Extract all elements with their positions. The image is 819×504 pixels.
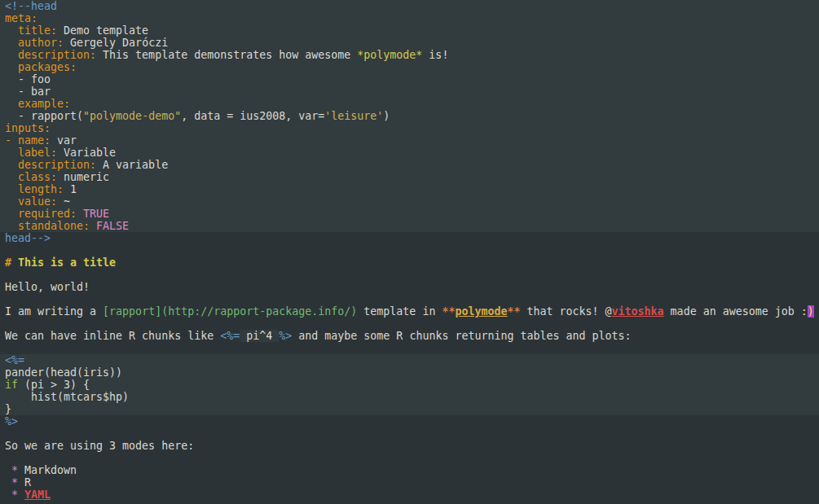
code-line[interactable]: * YAML [0, 489, 819, 501]
code-segment: vitoshka [612, 305, 664, 318]
code-line[interactable]: <!--head [0, 0, 819, 12]
code-line[interactable]: required: TRUE [0, 208, 819, 220]
code-line[interactable]: } [0, 403, 819, 415]
code-segment: that rocks! @ [520, 305, 611, 318]
code-segment: YAML [24, 489, 51, 501]
code-segment: pander(head(iris)) [5, 366, 122, 379]
code-segment: numeric [57, 171, 109, 183]
code-line[interactable]: standalone: FALSE [0, 220, 819, 232]
code-line[interactable]: author: Gergely Daróczi [0, 37, 819, 49]
code-segment: Variable [57, 147, 116, 159]
code-segment: ) [383, 110, 390, 122]
code-line[interactable]: - foo [0, 73, 819, 85]
code-line[interactable]: <%= [0, 354, 819, 366]
code-line[interactable]: %> [0, 415, 819, 427]
code-line[interactable]: # This is a title [0, 256, 819, 269]
code-line[interactable]: So we are using 3 modes here: [0, 440, 819, 452]
code-segment: label: [5, 147, 57, 159]
code-segment: ** [507, 305, 520, 318]
code-line[interactable] [0, 452, 819, 464]
code-segment: required: [5, 208, 77, 220]
code-segment: description: [5, 49, 96, 61]
code-segment: author: [5, 37, 64, 49]
code-segment: description: [5, 159, 96, 171]
code-segment: class: [5, 171, 57, 183]
code-line[interactable]: - bar [0, 85, 819, 98]
code-line[interactable]: - rapport("polymode-demo", data = ius200… [0, 110, 819, 122]
code-line[interactable]: if (pi > 3) { [0, 379, 819, 391]
code-segment: So we are using 3 modes here: [5, 440, 194, 452]
code-line[interactable]: title: Demo template [0, 24, 819, 37]
code-segment: length: [5, 183, 64, 195]
code-segment: (pi > 3) { [18, 379, 90, 391]
code-segment: ~ [57, 195, 70, 208]
code-line[interactable]: I am writing a [rapport](http://rapport-… [0, 305, 819, 318]
code-line[interactable]: Hello, world! [0, 281, 819, 293]
code-segment: var [51, 134, 77, 147]
code-segment: made an awesome job : [664, 305, 808, 318]
code-line[interactable]: packages: [0, 61, 819, 73]
code-segment: * [5, 476, 18, 489]
code-line[interactable] [0, 269, 819, 281]
editor-buffer[interactable]: <!--headmeta: title: Demo template autho… [0, 0, 819, 504]
code-segment: This template demonstrates how awesome [96, 49, 357, 61]
code-line[interactable]: - name: var [0, 134, 819, 147]
code-segment: Gergely Daróczi [64, 37, 168, 49]
code-segment: %> [5, 415, 18, 427]
code-line[interactable] [0, 342, 819, 354]
code-segment: meta: [5, 12, 37, 24]
code-segment: - bar [5, 85, 51, 98]
code-segment: <%= [220, 330, 240, 342]
code-segment: <%= [5, 354, 24, 366]
code-segment: title: [5, 24, 57, 37]
code-line[interactable] [0, 293, 819, 305]
code-segment: Markdown [18, 464, 77, 476]
code-segment: } [5, 403, 11, 415]
code-line[interactable]: pander(head(iris)) [0, 366, 819, 379]
code-segment: * [5, 489, 18, 501]
code-line[interactable]: We can have inline R chunks like <%= pi^… [0, 330, 819, 342]
code-segment: value: [5, 195, 57, 208]
code-segment: FALSE [90, 220, 129, 232]
code-segment: * [5, 464, 18, 476]
code-segment [18, 489, 24, 501]
code-segment: inputs: [5, 122, 51, 134]
code-line[interactable]: description: A variable [0, 159, 819, 171]
code-line[interactable] [0, 427, 819, 440]
code-segment: - rapport( [5, 110, 83, 122]
code-line[interactable]: class: numeric [0, 171, 819, 183]
code-segment: packages: [5, 61, 77, 73]
code-segment: template in [357, 305, 442, 318]
code-line[interactable]: head--> [0, 232, 819, 244]
code-segment: 1 [64, 183, 77, 195]
code-segment: %> [279, 330, 292, 342]
code-segment: pi^4 [240, 330, 279, 342]
code-line[interactable]: * Markdown [0, 464, 819, 476]
code-segment: <!--head [5, 0, 57, 12]
code-segment: This is a title [11, 256, 116, 269]
code-segment: if [5, 379, 18, 391]
code-line[interactable] [0, 244, 819, 256]
code-line[interactable]: value: ~ [0, 195, 819, 208]
code-segment: # [5, 256, 11, 269]
code-segment: I am writing a [5, 305, 103, 318]
code-line[interactable]: label: Variable [0, 147, 819, 159]
code-line[interactable] [0, 318, 819, 330]
code-segment: *polymode* [357, 49, 422, 61]
code-line[interactable]: description: This template demonstrates … [0, 49, 819, 61]
code-line[interactable]: length: 1 [0, 183, 819, 195]
code-line[interactable]: * R [0, 476, 819, 489]
code-segment: - foo [5, 73, 51, 85]
code-line[interactable]: example: [0, 98, 819, 110]
code-line[interactable]: meta: [0, 12, 819, 24]
code-segment: R [18, 476, 31, 489]
code-segment: , data = ius2008, var= [181, 110, 324, 122]
code-segment: 'leisure' [324, 110, 383, 122]
code-line[interactable]: hist(mtcars$hp) [0, 391, 819, 403]
code-segment: Demo template [57, 24, 148, 37]
code-line[interactable]: inputs: [0, 122, 819, 134]
code-segment: hist(mtcars$hp) [5, 391, 129, 403]
code-segment: We can have inline R chunks like [5, 330, 220, 342]
editor-frame: { "palette": { "background": "#2c3336", … [0, 0, 819, 504]
code-segment: standalone: [5, 220, 90, 232]
